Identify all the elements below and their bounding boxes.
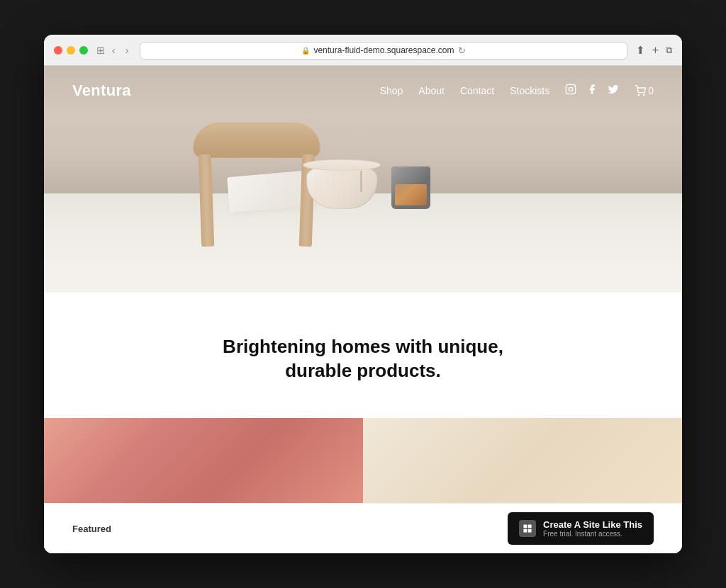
sidebar-toggle-icon[interactable]: ⊞ [96,45,105,56]
site-navigation: Ventura Shop About Contact Stockists [44,66,682,115]
bowl-prop [306,159,377,209]
browser-chrome: ⊞ ‹ › 🔒 ventura-fluid-demo.squarespace.c… [44,35,682,66]
nav-about[interactable]: About [418,85,445,96]
cart-count: 0 [648,85,654,96]
tagline-line2: durable products. [285,360,441,381]
product-thumb-2[interactable] [363,418,682,503]
hero-section: Ventura Shop About Contact Stockists [44,66,682,293]
fullscreen-button[interactable] [79,46,88,55]
nav-links: Shop About Contact Stockists [380,84,654,97]
site-logo[interactable]: Ventura [72,81,131,100]
back-button[interactable]: ‹ [109,43,118,57]
cta-text-block: Create A Site Like This Free trial. Inst… [543,519,642,538]
bottom-bar: Featured Create A Site Like This Free tr… [44,503,682,553]
svg-rect-0 [566,85,576,94]
browser-window: ⊞ ‹ › 🔒 ventura-fluid-demo.squarespace.c… [44,35,682,554]
bowl-drip [360,171,362,192]
svg-rect-7 [523,529,527,533]
products-row [44,418,682,503]
browser-actions: ⬆ + ⧉ [636,44,672,57]
tagline: Brightening homes with unique, durable p… [200,335,526,383]
tabs-icon[interactable]: ⧉ [666,45,672,56]
chair-left-leg [199,154,215,247]
squarespace-icon [519,520,536,537]
facebook-icon[interactable] [586,84,598,97]
site-content: Ventura Shop About Contact Stockists [44,66,682,554]
lock-icon: 🔒 [301,47,310,55]
product-thumb-1[interactable] [44,418,363,503]
featured-label: Featured [72,524,111,534]
minimize-button[interactable] [67,46,75,55]
new-tab-icon[interactable]: + [652,44,659,57]
bowl-rim [303,159,381,171]
svg-point-4 [644,94,644,95]
close-button[interactable] [54,46,62,55]
nav-contact[interactable]: Contact [460,85,494,96]
svg-point-1 [569,88,573,91]
nav-stockists[interactable]: Stockists [510,85,549,96]
cup-prop [391,163,430,209]
browser-controls: ⊞ ‹ › [96,43,131,57]
tagline-section: Brightening homes with unique, durable p… [44,293,682,419]
cart-icon[interactable]: 0 [635,85,654,96]
cup-body [391,166,430,209]
svg-rect-6 [528,525,532,528]
address-bar[interactable]: 🔒 ventura-fluid-demo.squarespace.com ↻ [140,42,627,60]
twitter-icon[interactable] [608,84,619,97]
url-text: ventura-fluid-demo.squarespace.com [313,45,454,55]
cup-accent [395,184,427,205]
svg-rect-8 [528,529,532,533]
nav-shop[interactable]: Shop [380,85,403,96]
svg-rect-5 [523,525,527,528]
tagline-line1: Brightening homes with unique, [223,336,503,357]
share-icon[interactable]: ⬆ [636,44,645,57]
instagram-icon[interactable] [565,84,576,97]
forward-button[interactable]: › [123,43,132,57]
cta-title: Create A Site Like This [543,519,642,530]
social-icons [565,84,619,97]
svg-point-3 [639,94,640,95]
squarespace-cta-button[interactable]: Create A Site Like This Free trial. Inst… [508,512,654,545]
svg-point-2 [573,86,574,87]
cta-subtitle: Free trial. Instant access. [543,530,642,538]
chair-backrest [192,123,321,158]
reload-icon[interactable]: ↻ [458,45,466,56]
traffic-lights [54,46,88,55]
